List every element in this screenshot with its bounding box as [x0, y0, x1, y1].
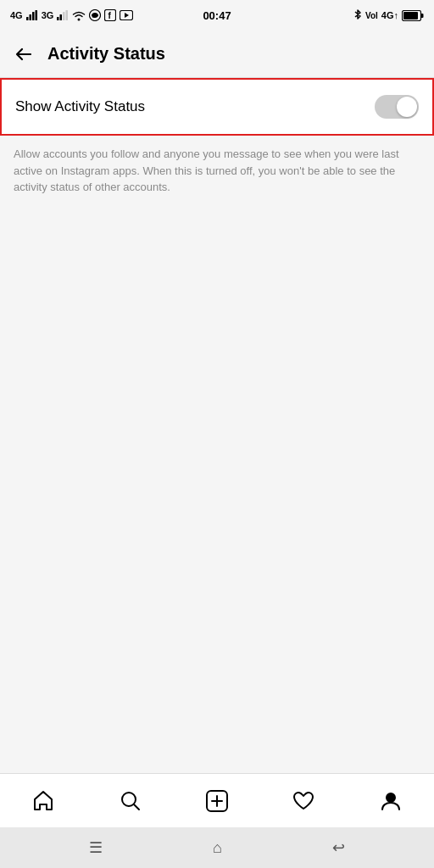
android-menu-btn[interactable]: ☰ [89, 838, 103, 857]
heart-icon [292, 789, 315, 813]
status-time: 00:47 [203, 9, 231, 22]
signal-bars-2 [57, 10, 69, 20]
signal-4g: 4G [10, 10, 23, 20]
search-icon [119, 789, 142, 813]
header: Activity Status [0, 31, 434, 78]
activity-status-description: Allow accounts you follow and anyone you… [0, 136, 434, 206]
status-right: Vol 4G↑ [353, 9, 424, 21]
android-navbar: ☰ ⌂ ↩ [0, 827, 434, 868]
show-activity-status-row[interactable]: Show Activity Status [0, 78, 434, 136]
signal-3g: 3G [42, 10, 54, 20]
network-4g: 4G↑ [381, 10, 398, 20]
whatsapp-icon [89, 9, 101, 21]
activity-status-toggle[interactable] [375, 95, 419, 119]
nav-search[interactable] [86, 774, 173, 827]
android-back-btn[interactable]: ↩ [332, 838, 345, 857]
svg-rect-2 [32, 12, 35, 20]
svg-rect-7 [66, 10, 69, 20]
svg-rect-1 [29, 14, 31, 20]
svg-marker-13 [125, 13, 129, 18]
nav-profile[interactable] [348, 774, 434, 827]
status-bar: 4G 3G f [0, 0, 434, 31]
home-icon [31, 789, 55, 813]
bottom-navigation [0, 773, 434, 827]
toggle-knob [397, 97, 417, 117]
battery-icon [402, 10, 424, 21]
svg-text:f: f [108, 11, 112, 20]
profile-icon [379, 789, 403, 813]
bluetooth-icon [353, 9, 362, 21]
svg-point-8 [78, 19, 81, 21]
svg-rect-3 [35, 10, 37, 20]
back-button[interactable] [14, 44, 34, 64]
nav-heart[interactable] [260, 774, 347, 827]
facebook-icon: f [104, 9, 116, 21]
vol-label: Vol [365, 11, 378, 20]
svg-rect-0 [26, 17, 29, 20]
svg-rect-6 [63, 12, 65, 20]
add-icon [205, 789, 229, 813]
svg-rect-15 [421, 14, 424, 18]
svg-rect-5 [60, 14, 63, 20]
page-title: Activity Status [47, 44, 165, 64]
android-home-btn[interactable]: ⌂ [213, 839, 222, 857]
toggle-label: Show Activity Status [15, 98, 145, 115]
main-content: Show Activity Status Allow accounts you … [0, 78, 434, 773]
nav-add[interactable] [174, 774, 260, 827]
status-left: 4G 3G f [10, 9, 133, 21]
wifi-icon [72, 9, 86, 21]
svg-rect-16 [403, 12, 418, 19]
svg-point-19 [387, 793, 395, 802]
svg-rect-4 [57, 17, 59, 20]
signal-bars-1 [26, 10, 38, 20]
nav-home[interactable] [0, 774, 86, 827]
youtube-icon [120, 10, 133, 20]
